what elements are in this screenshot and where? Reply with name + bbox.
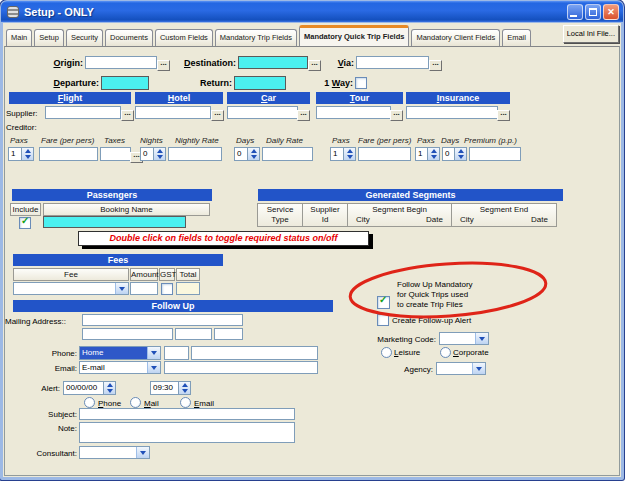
- spinner-buttons-icon[interactable]: [248, 147, 260, 161]
- return-input[interactable]: [234, 76, 286, 90]
- dropdown-arrow-icon[interactable]: [115, 283, 128, 294]
- tab-setup[interactable]: Setup: [34, 29, 64, 46]
- mailing-address-line1-input[interactable]: [82, 314, 243, 326]
- email-label: Email:: [44, 364, 77, 373]
- dropdown-arrow-icon[interactable]: [147, 362, 160, 373]
- corporate-radio[interactable]: [440, 347, 451, 358]
- departure-input[interactable]: [101, 76, 149, 90]
- local-ini-file-button[interactable]: Local Ini File...: [563, 25, 619, 43]
- followup-mandatory-label-line2: for Quick Trips used: [397, 290, 468, 299]
- create-followup-alert-checkbox[interactable]: [377, 314, 389, 326]
- spinner-buttons-icon[interactable]: [344, 147, 356, 161]
- minimize-icon: [570, 15, 577, 17]
- note-textarea[interactable]: [79, 422, 295, 443]
- insurance-days-label: Days: [441, 136, 459, 145]
- tab-security[interactable]: Security: [66, 29, 103, 46]
- flight-supplier-browse-button[interactable]: ...: [121, 110, 134, 121]
- spinner-buttons-icon[interactable]: [22, 147, 34, 161]
- phone-number-input[interactable]: [191, 346, 318, 360]
- subject-input[interactable]: [79, 408, 295, 420]
- consultant-select[interactable]: [79, 446, 150, 459]
- maximize-button[interactable]: [585, 4, 601, 20]
- spinner-buttons-icon[interactable]: [455, 147, 467, 161]
- followup-mandatory-checkbox[interactable]: ✓: [377, 296, 390, 309]
- tab-mandatory-trip-fields[interactable]: Mandatory Trip Fields: [215, 29, 297, 46]
- alert-date-spinner[interactable]: 00/00/00: [63, 381, 116, 395]
- via-browse-button[interactable]: ...: [429, 60, 442, 71]
- mailing-address-state-input[interactable]: [175, 328, 212, 340]
- flight-paxs-spinner[interactable]: 1: [8, 147, 34, 161]
- origin-input[interactable]: [85, 56, 157, 69]
- tab-email[interactable]: Email: [502, 29, 531, 46]
- booking-name-input[interactable]: [43, 216, 186, 228]
- hotel-supplier-browse-button[interactable]: ...: [211, 110, 224, 121]
- subject-label: Subject:: [40, 410, 77, 419]
- flight-supplier-input[interactable]: [45, 106, 121, 119]
- hotel-supplier-input[interactable]: [135, 106, 211, 119]
- car-supplier-input[interactable]: [227, 106, 298, 119]
- tour-supplier-input[interactable]: [316, 106, 391, 119]
- tour-paxs-spinner[interactable]: 1: [330, 147, 356, 161]
- insurance-supplier-browse-button[interactable]: ...: [497, 110, 510, 121]
- car-rate-input[interactable]: [262, 147, 313, 161]
- alert-time-spinner[interactable]: 09:30: [150, 381, 191, 395]
- insurance-supplier-input[interactable]: [406, 106, 498, 119]
- hotel-rate-input[interactable]: [168, 147, 222, 161]
- gst-checkbox[interactable]: [161, 283, 173, 295]
- one-way-checkbox[interactable]: [355, 77, 367, 89]
- alert-phone-radio[interactable]: [84, 397, 95, 408]
- marketing-code-select[interactable]: [439, 332, 489, 345]
- tab-main[interactable]: Main: [6, 29, 32, 46]
- car-days-label: Days: [236, 136, 254, 145]
- dropdown-arrow-icon[interactable]: [136, 447, 149, 458]
- service-type-column-header: Service Type: [257, 203, 303, 227]
- phone-type-select[interactable]: Home: [79, 346, 161, 360]
- include-checkbox[interactable]: ✓: [19, 217, 31, 229]
- leisure-radio[interactable]: [381, 347, 392, 358]
- tab-mandatory-client-fields[interactable]: Mandatory Client Fields: [411, 29, 500, 46]
- alert-email-radio-label: Email: [194, 399, 214, 408]
- insurance-premium-input[interactable]: [469, 147, 521, 161]
- hotel-nights-spinner[interactable]: 0: [140, 147, 166, 161]
- alert-mail-radio[interactable]: [130, 397, 141, 408]
- tab-documents[interactable]: Documents: [105, 29, 153, 46]
- via-input[interactable]: [356, 56, 429, 69]
- flight-fare-input[interactable]: [39, 147, 98, 161]
- window-titlebar[interactable]: Setup - ONLY ✕: [1, 1, 623, 22]
- alert-label: Alert:: [36, 384, 60, 393]
- car-supplier-browse-button[interactable]: ...: [297, 110, 310, 121]
- flight-taxes-input[interactable]: [100, 147, 131, 161]
- spinner-buttons-icon[interactable]: [179, 381, 191, 395]
- fee-select[interactable]: [13, 282, 129, 295]
- dropdown-arrow-icon[interactable]: [147, 347, 160, 359]
- alert-email-radio[interactable]: [180, 397, 191, 408]
- destination-input[interactable]: [238, 56, 308, 69]
- dropdown-arrow-icon[interactable]: [472, 363, 485, 374]
- insurance-paxs-spinner[interactable]: 1: [415, 147, 440, 161]
- close-button[interactable]: ✕: [603, 4, 619, 20]
- tab-mandatory-quick-trip-fields[interactable]: Mandatory Quick Trip Fields: [299, 25, 409, 46]
- flight-taxes-label: Taxes: [104, 136, 125, 145]
- tour-fare-input[interactable]: [358, 147, 411, 161]
- mailing-address-postcode-input[interactable]: [214, 328, 243, 340]
- tab-custom-fields[interactable]: Custom Fields: [155, 29, 213, 46]
- email-address-input[interactable]: [164, 361, 318, 374]
- dropdown-arrow-icon[interactable]: [475, 333, 488, 344]
- tour-supplier-browse-button[interactable]: ...: [390, 110, 403, 121]
- phone-area-code-input[interactable]: [164, 346, 189, 360]
- email-type-select[interactable]: E-mail: [79, 361, 161, 374]
- minimize-button[interactable]: [567, 4, 583, 20]
- spinner-buttons-icon[interactable]: [154, 147, 166, 161]
- mailing-address-line2-input[interactable]: [82, 328, 173, 340]
- spinner-buttons-icon[interactable]: [428, 147, 440, 161]
- origin-browse-button[interactable]: ...: [157, 60, 170, 71]
- insurance-days-spinner[interactable]: 0: [442, 147, 467, 161]
- insurance-premium-label: Premium (p.p.): [464, 136, 517, 145]
- agency-select[interactable]: [436, 362, 486, 375]
- segment-end-column-header: Segment End CityDate: [451, 203, 557, 227]
- fee-amount-input[interactable]: [130, 282, 158, 295]
- via-label: Via:: [315, 58, 354, 68]
- tour-section-header: Tour: [316, 92, 403, 104]
- spinner-buttons-icon[interactable]: [104, 381, 116, 395]
- car-days-spinner[interactable]: 0: [234, 147, 260, 161]
